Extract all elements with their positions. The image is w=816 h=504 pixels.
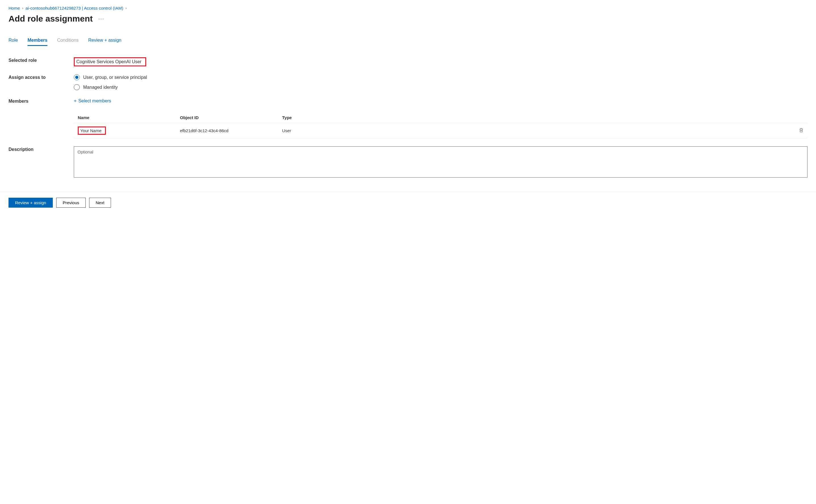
footer-buttons: Review + assign Previous Next bbox=[9, 198, 807, 208]
previous-button[interactable]: Previous bbox=[56, 198, 86, 208]
breadcrumb: Home › ai-contosohub667124298273 | Acces… bbox=[9, 6, 807, 10]
chevron-right-icon: › bbox=[125, 6, 127, 10]
footer-divider bbox=[0, 192, 816, 192]
select-members-link[interactable]: + Select members bbox=[74, 98, 807, 104]
tabs: Role Members Conditions Review + assign bbox=[9, 38, 807, 46]
next-button[interactable]: Next bbox=[89, 198, 111, 208]
page-title: Add role assignment bbox=[9, 14, 93, 24]
member-name: Your Name bbox=[78, 126, 106, 135]
col-header-name: Name bbox=[78, 115, 180, 120]
label-description: Description bbox=[9, 146, 74, 152]
page-title-row: Add role assignment ··· bbox=[9, 14, 807, 24]
row-description: Description bbox=[9, 146, 807, 178]
review-assign-button[interactable]: Review + assign bbox=[9, 198, 53, 208]
row-assign-access: Assign access to User, group, or service… bbox=[9, 74, 807, 90]
label-selected-role: Selected role bbox=[9, 57, 74, 63]
members-table: Name Object ID Type Your Name efb21d6f-3… bbox=[74, 112, 807, 138]
select-members-label: Select members bbox=[78, 98, 111, 104]
table-row: Your Name efb21d6f-3c12-43c4-86cd User bbox=[74, 123, 807, 138]
col-header-object-id: Object ID bbox=[180, 115, 282, 120]
tab-review[interactable]: Review + assign bbox=[88, 38, 121, 46]
radio-user-group[interactable]: User, group, or service principal bbox=[74, 74, 807, 80]
radio-managed-identity-label: Managed identity bbox=[83, 85, 118, 90]
tab-conditions: Conditions bbox=[57, 38, 79, 46]
member-object-id: efb21d6f-3c12-43c4-86cd bbox=[180, 128, 282, 133]
breadcrumb-home[interactable]: Home bbox=[9, 6, 20, 10]
radio-managed-identity[interactable]: Managed identity bbox=[74, 84, 807, 90]
radio-unchecked-icon bbox=[74, 84, 80, 90]
plus-icon: + bbox=[74, 98, 77, 104]
row-selected-role: Selected role Cognitive Services OpenAI … bbox=[9, 57, 807, 66]
trash-icon[interactable] bbox=[799, 128, 804, 133]
member-type: User bbox=[282, 128, 792, 133]
tab-role[interactable]: Role bbox=[9, 38, 18, 46]
breadcrumb-resource[interactable]: ai-contosohub667124298273 | Access contr… bbox=[26, 6, 123, 10]
label-members: Members bbox=[9, 98, 74, 104]
row-members: Members + Select members Name Object ID … bbox=[9, 98, 807, 138]
radio-checked-icon bbox=[74, 74, 80, 80]
radio-user-group-label: User, group, or service principal bbox=[83, 75, 147, 80]
tab-members[interactable]: Members bbox=[28, 38, 47, 46]
selected-role-value: Cognitive Services OpenAI User bbox=[74, 57, 146, 66]
more-actions-icon[interactable]: ··· bbox=[98, 16, 104, 22]
description-input[interactable] bbox=[74, 146, 807, 178]
table-header: Name Object ID Type bbox=[74, 112, 807, 123]
label-assign-access: Assign access to bbox=[9, 74, 74, 80]
col-header-type: Type bbox=[282, 115, 792, 120]
chevron-right-icon: › bbox=[22, 6, 23, 10]
